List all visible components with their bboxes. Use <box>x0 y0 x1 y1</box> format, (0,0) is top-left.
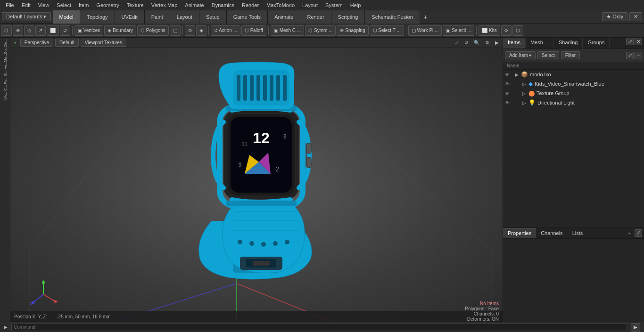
props-expand-icon[interactable]: ⤢ <box>635 229 642 237</box>
tool-kits[interactable]: ⬜ Kits <box>479 25 500 36</box>
menu-geometry[interactable]: Geometry <box>92 1 123 9</box>
tab-items[interactable]: Items <box>503 38 526 49</box>
menu-render[interactable]: Render <box>238 1 263 9</box>
menu-animate[interactable]: Animate <box>181 1 207 9</box>
sidebar-item-uv[interactable]: UV... <box>1 92 9 99</box>
menu-view[interactable]: View <box>34 1 53 9</box>
tool-falloff[interactable]: ⬡ Falloff <box>241 25 266 36</box>
tab-setup[interactable]: Setup <box>199 10 227 24</box>
props-add-icon[interactable]: + <box>628 230 631 236</box>
tab-render[interactable]: Render <box>300 10 331 24</box>
sidebar-item-e[interactable]: E... <box>1 70 9 76</box>
tool-select[interactable]: ⬜ <box>47 25 59 36</box>
tab-channels[interactable]: Channels <box>536 228 567 238</box>
viewport-textures[interactable]: Viewport Textures <box>81 39 126 47</box>
tab-paint[interactable]: Paint <box>145 10 170 24</box>
tab-mesh[interactable]: Mesh ... <box>526 38 554 49</box>
tool-circle[interactable]: ⊙ <box>185 25 195 36</box>
command-input[interactable] <box>11 324 627 331</box>
sidebar-item-c[interactable]: C... <box>1 85 9 91</box>
tool-diamond[interactable]: ◈ <box>196 25 206 36</box>
sidebar-item-po[interactable]: Po... <box>1 77 9 84</box>
tool-snapping[interactable]: ⊕ Snapping <box>337 25 368 36</box>
add-item-button[interactable]: Add Item ▾ <box>505 51 536 59</box>
select-button[interactable]: Select <box>537 51 559 59</box>
tab-animate[interactable]: Animate <box>268 10 300 24</box>
menu-item[interactable]: Item <box>75 1 92 9</box>
menu-texture[interactable]: Texture <box>123 1 148 9</box>
tool-arrow[interactable]: ↗ <box>35 25 46 36</box>
run-button[interactable]: ▶ <box>631 323 640 332</box>
tool-boundary[interactable]: ◈ Boundary <box>104 25 136 36</box>
viewport-refresh-icon[interactable]: ↺ <box>462 40 470 46</box>
eye-icon-1[interactable]: 👁 <box>505 81 512 87</box>
viewport-expand-icon[interactable]: ⤢ <box>453 40 461 46</box>
tab-groups[interactable]: Groups <box>583 38 610 49</box>
svg-rect-29 <box>226 201 297 206</box>
tab-game-tools[interactable]: Game Tools <box>227 10 268 24</box>
tool-polygons[interactable]: ⬡ Polygons <box>137 25 169 36</box>
items-list: 👁 ▶ 📦 modo.lxo 👁 ▷ ◆ Kids_Video_Smartwat… <box>503 70 644 227</box>
layout-dropdown[interactable]: Default Layouts ▾ <box>2 12 51 21</box>
eye-icon-3[interactable]: 👁 <box>505 99 512 106</box>
tool-square[interactable]: ▢ <box>170 25 181 36</box>
tab-properties[interactable]: Properties <box>503 228 536 238</box>
menu-select[interactable]: Select <box>53 1 75 9</box>
tool-meshc[interactable]: ▣ Mesh C ... <box>271 25 304 36</box>
viewport-canvas[interactable]: 12 3 9 2 11 <box>10 48 503 322</box>
panel-expand-icon[interactable]: ⤢ <box>626 38 634 45</box>
menu-layout[interactable]: Layout <box>298 1 322 9</box>
items-minus-icon[interactable]: − <box>635 52 642 59</box>
viewport-default[interactable]: Default <box>55 39 79 47</box>
tab-model[interactable]: Model <box>53 10 81 24</box>
tab-lists[interactable]: Lists <box>568 228 588 238</box>
menu-help[interactable]: Help <box>347 1 365 9</box>
tree-item-directional-light[interactable]: 👁 ▷ 💡 Directional Light <box>503 98 644 107</box>
menu-system[interactable]: System <box>322 1 347 9</box>
viewport-perspective[interactable]: Perspective <box>20 39 53 47</box>
viewport-play-icon[interactable]: ▶ <box>493 40 501 46</box>
tool-selecti[interactable]: ▣ Selecti ... <box>443 25 474 36</box>
tool-vertex[interactable]: ◇ <box>24 25 34 36</box>
tool-workpl[interactable]: ▢ Work Pl ... <box>408 25 442 36</box>
panel-close-icon[interactable]: ✕ <box>635 38 642 45</box>
sidebar-item-du[interactable]: Du... <box>1 47 9 54</box>
tab-uvedit[interactable]: UVEdit <box>115 10 145 24</box>
tool-action[interactable]: ↺ Action ... <box>211 25 240 36</box>
viewport[interactable]: ● Perspective Default Viewport Textures … <box>10 38 503 322</box>
layout-add-tab[interactable]: + <box>420 11 431 23</box>
viewport-settings-icon[interactable]: ⚙ <box>483 40 491 46</box>
tool-globe[interactable]: ⊕ <box>13 25 23 36</box>
svg-rect-26 <box>306 143 311 154</box>
tool-hex[interactable]: ⬡ <box>512 25 523 36</box>
sidebar-item-me[interactable]: Me... <box>1 55 9 61</box>
tool-mesh[interactable]: ⬡ <box>1 25 12 36</box>
tool-rotate[interactable]: ↺ <box>60 25 70 36</box>
viewport-zoom-icon[interactable]: 🔍 <box>472 40 481 46</box>
tool-vertices[interactable]: ▣ Vertices <box>74 25 103 36</box>
tool-select-t[interactable]: ⬡ Select T ... <box>370 25 404 36</box>
sidebar-item-de[interactable]: De... <box>1 40 9 46</box>
menu-vertex-map[interactable]: Vertex Map <box>148 1 182 9</box>
tab-shading[interactable]: Shading <box>554 38 583 49</box>
items-expand-icon[interactable]: ⤢ <box>626 52 634 59</box>
menu-maxtomodo[interactable]: MaxToModo <box>263 1 298 9</box>
only-button[interactable]: ★ Only <box>602 12 627 21</box>
menu-file[interactable]: File <box>2 1 18 9</box>
tree-item-texture-group[interactable]: 👁 ▷ ⬤ Texture Group <box>503 89 644 98</box>
tab-schematic-fusion[interactable]: Schematic Fusion <box>365 10 420 24</box>
eye-icon-2[interactable]: 👁 <box>505 90 512 97</box>
eye-icon-0[interactable]: 👁 <box>505 71 512 78</box>
close-button[interactable]: ✕ <box>629 12 642 21</box>
tool-symm[interactable]: ⬡ Symm ... <box>305 25 336 36</box>
tab-layout[interactable]: Layout <box>170 10 199 24</box>
tab-scripting[interactable]: Scripting <box>331 10 365 24</box>
filter-button[interactable]: Filter <box>561 51 580 59</box>
sidebar-item-ve[interactable]: Ve... <box>1 62 9 69</box>
tree-item-kids-video[interactable]: 👁 ▷ ◆ Kids_Video_Smartwatch_Blue <box>503 79 644 89</box>
tree-item-modo-lxo[interactable]: 👁 ▶ 📦 modo.lxo <box>503 70 644 79</box>
tab-topology[interactable]: Topology <box>80 10 115 24</box>
menu-edit[interactable]: Edit <box>18 1 34 9</box>
menu-dynamics[interactable]: Dynamics <box>208 1 238 9</box>
tool-refresh[interactable]: ⟳ <box>501 25 512 36</box>
